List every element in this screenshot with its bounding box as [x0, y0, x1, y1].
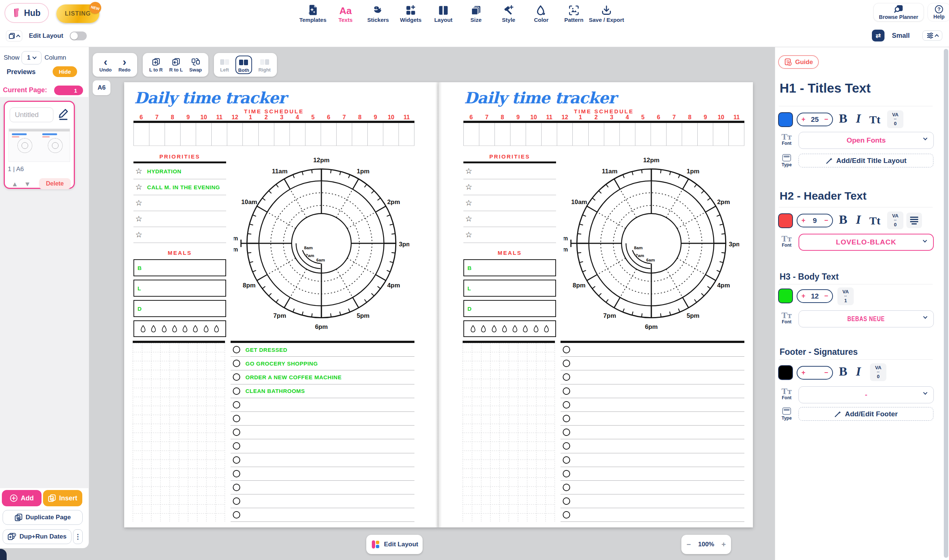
panel-scrollbar[interactable] [944, 49, 948, 558]
column-count-select[interactable]: 1 [22, 51, 42, 65]
footer-color-swatch[interactable] [778, 365, 793, 380]
priority-row[interactable]: ☆CALL M. IN THE EVENING [133, 179, 226, 195]
checklist-circle[interactable] [233, 346, 240, 353]
planner-page-left[interactable]: Daily time tracker TIME SCHEDULE 6789101… [124, 82, 438, 528]
checklist-circle[interactable] [563, 442, 570, 450]
checklist-circle[interactable] [233, 497, 240, 505]
checklist-circle[interactable] [563, 360, 570, 367]
add-page-button[interactable]: Add [2, 490, 42, 506]
star-icon[interactable]: ☆ [465, 231, 472, 238]
water-drop-icon[interactable] [502, 325, 507, 332]
priority-row[interactable]: ☆ [463, 163, 556, 179]
page-direction-button[interactable]: ⇄ [872, 30, 884, 42]
star-icon[interactable]: ☆ [135, 215, 142, 223]
star-icon[interactable]: ☆ [465, 199, 472, 207]
checklist-row[interactable] [560, 370, 744, 384]
planner-title[interactable]: Daily time tracker [134, 89, 286, 107]
water-drop-icon[interactable] [162, 325, 167, 332]
checklist-row[interactable] [560, 385, 744, 398]
water-drop-icon[interactable] [512, 325, 517, 332]
checklist-row[interactable] [231, 508, 414, 522]
water-drop-icon[interactable] [140, 325, 146, 332]
dup-run-dates-button[interactable]: Dup+Run Dates [3, 529, 71, 544]
tab-widgets[interactable]: Widgets [394, 2, 427, 23]
checklist-row[interactable] [560, 481, 744, 494]
priority-row[interactable]: ☆ [133, 195, 226, 211]
footer-bold-button[interactable]: B [839, 364, 847, 379]
priority-row[interactable]: ☆ [463, 195, 556, 211]
checklist-circle[interactable] [233, 470, 240, 477]
priority-row[interactable]: ☆ [133, 211, 226, 227]
tab-style[interactable]: Style [492, 2, 525, 23]
checklist-row[interactable] [560, 508, 744, 522]
footer-size-stepper[interactable]: +− [797, 366, 833, 380]
water-drop-icon[interactable] [534, 325, 539, 332]
h2-bold-button[interactable]: B [839, 212, 847, 227]
star-icon[interactable]: ☆ [135, 168, 142, 175]
checklist-row[interactable]: GO GROCERY SHOPPING [231, 357, 414, 370]
checklist-circle[interactable] [233, 373, 240, 381]
water-drop-icon[interactable] [544, 325, 549, 332]
tab-texts[interactable]: Aa Texts [329, 2, 362, 23]
checklist-circle[interactable] [233, 401, 240, 409]
tab-save-export[interactable]: Save / Export [590, 2, 623, 23]
checklist-circle[interactable] [563, 511, 570, 518]
copy-right-to-left-button[interactable]: R to L [169, 57, 183, 72]
checklist-circle[interactable] [563, 429, 570, 436]
footer-letter-spacing[interactable]: VA↔0 [870, 363, 886, 381]
checklist-circle[interactable] [563, 401, 570, 409]
page-title-input[interactable]: Untitled [10, 108, 53, 122]
add-edit-footer-button[interactable]: Add/Edit Footer [798, 407, 934, 421]
checklist-row[interactable]: CLEAN BATHROOMS [231, 385, 414, 398]
water-drop-icon[interactable] [214, 325, 219, 332]
pages-collapse-button[interactable] [6, 30, 22, 42]
h2-align-button[interactable] [906, 212, 922, 228]
star-icon[interactable]: ☆ [465, 215, 472, 223]
checklist-circle[interactable] [233, 388, 240, 395]
priority-text[interactable]: CALL M. IN THE EVENING [147, 184, 220, 190]
checklist-circle[interactable] [233, 511, 240, 518]
tab-size[interactable]: Size [460, 2, 492, 23]
daily-clock-chart[interactable]: 12pm1pm2pm3pm4pm5pm6pm7pm8pm9am9pm10am11… [233, 155, 409, 331]
planner-title[interactable]: Daily time tracker [464, 89, 616, 107]
display-settings-button[interactable] [922, 30, 942, 41]
tab-layout[interactable]: Layout [427, 2, 460, 23]
help-button[interactable]: ? Help [927, 3, 949, 22]
star-icon[interactable]: ☆ [135, 183, 142, 191]
water-drop-icon[interactable] [172, 325, 177, 332]
checklist-row[interactable] [231, 398, 414, 412]
water-drop-icon[interactable] [151, 325, 156, 332]
checklist-circle[interactable] [233, 442, 240, 450]
zoom-in-button[interactable]: + [721, 540, 726, 549]
checklist-row[interactable] [560, 398, 744, 412]
checklist-row[interactable] [560, 412, 744, 426]
h1-size-stepper[interactable]: +25− [797, 112, 833, 126]
checklist-row[interactable] [231, 439, 414, 453]
checklist-circle[interactable] [563, 373, 570, 381]
h3-color-swatch[interactable] [778, 289, 793, 303]
h2-letter-spacing[interactable]: VA↔0 [887, 211, 903, 229]
water-tracker[interactable] [463, 320, 556, 337]
hide-previews-button[interactable]: Hide [52, 66, 77, 77]
water-drop-icon[interactable] [523, 325, 528, 332]
checklist-row[interactable] [231, 453, 414, 467]
meal-box[interactable]: D [133, 300, 226, 317]
priority-row[interactable]: ☆HYDRATION [133, 163, 226, 179]
hub-button[interactable]: Hub [5, 3, 49, 23]
checklist-circle[interactable] [563, 415, 570, 422]
checklist-circle[interactable] [563, 388, 570, 395]
checklist-row[interactable] [231, 426, 414, 439]
guide-button[interactable]: Guide [778, 55, 819, 69]
page-thumbnail[interactable] [9, 129, 70, 162]
h1-font-dropdown[interactable]: Open Fonts [798, 132, 934, 149]
checklist-row[interactable] [560, 467, 744, 481]
view-right-button[interactable]: Right [258, 57, 271, 72]
water-drop-icon[interactable] [481, 325, 486, 332]
tab-stickers[interactable]: Stickers [362, 2, 394, 23]
checklist-text[interactable]: CLEAN BATHROOMS [245, 388, 305, 394]
meal-box[interactable]: D [463, 300, 556, 317]
checklist-circle[interactable] [563, 484, 570, 491]
move-up-icon[interactable]: ▲ [11, 180, 18, 188]
checklist-row[interactable] [560, 357, 744, 370]
checklist-circle[interactable] [563, 497, 570, 505]
